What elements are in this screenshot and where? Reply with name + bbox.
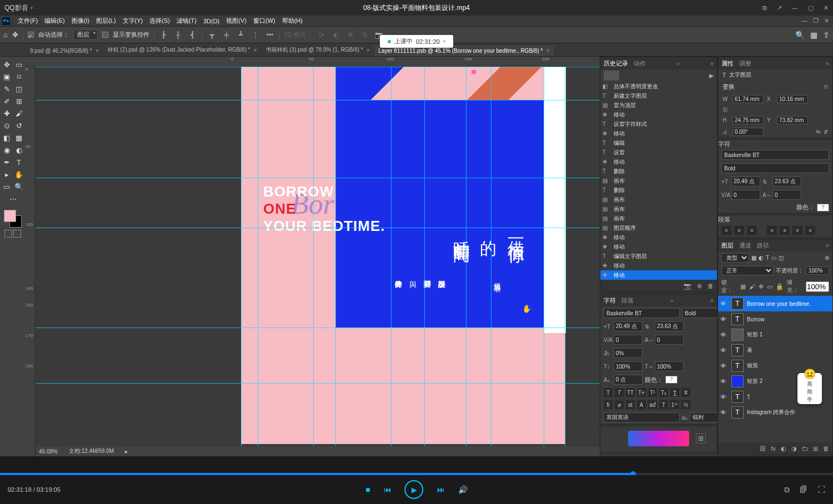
align-left-icon[interactable]: ≡ <box>721 226 731 235</box>
history-item[interactable]: ✥移动 <box>600 110 717 119</box>
menu-type[interactable]: 文字(Y) <box>119 17 147 25</box>
menu-3d[interactable]: 3D(D) <box>200 18 223 24</box>
kerning-field-2[interactable] <box>731 190 760 200</box>
layer-fx-icon[interactable]: fx <box>771 445 776 452</box>
doc-info-flyout-icon[interactable]: ▸ <box>125 448 128 455</box>
trash-icon[interactable]: 🗑 <box>707 283 714 289</box>
play-icon[interactable]: ▶ <box>709 72 714 79</box>
font-size-field-2[interactable] <box>731 177 760 187</box>
layer-row[interactable]: 👁TBorrow one your bedtime. <box>718 296 832 311</box>
volume-icon[interactable]: 🔊 <box>458 485 468 494</box>
guide[interactable] <box>424 67 425 446</box>
snapshot-icon[interactable]: ⧉ <box>784 485 790 495</box>
history-item[interactable]: ✥移动 <box>600 233 717 242</box>
pin-icon[interactable]: ↗ <box>777 4 782 12</box>
guide[interactable] <box>466 67 466 446</box>
y-field[interactable] <box>777 116 808 124</box>
visibility-icon[interactable]: 👁 <box>720 300 728 307</box>
history-tab[interactable]: 历史记录 <box>604 59 628 68</box>
opentype-fi-icon[interactable]: fi <box>604 400 613 409</box>
close-icon[interactable]: × <box>367 47 370 53</box>
blur-tool[interactable]: ◉ <box>1 144 12 155</box>
crop-tool[interactable]: ◫ <box>13 83 24 94</box>
filter-adjust-icon[interactable]: ◐ <box>759 255 764 261</box>
new-layer-icon[interactable]: ⊞ <box>813 445 818 452</box>
history-item[interactable]: ✥移动 <box>600 129 717 138</box>
layer-row[interactable]: 👁矩形 1 <box>718 327 832 342</box>
history-snapshot-row[interactable]: ▶ <box>600 69 717 82</box>
blend-mode-dropdown[interactable]: 正常 <box>721 266 774 275</box>
dodge-tool[interactable]: ◐ <box>13 144 24 155</box>
history-item[interactable]: T编辑 <box>600 138 717 148</box>
justify-all-icon[interactable]: ≡ <box>805 226 815 235</box>
fullscreen-icon[interactable]: ⛶ <box>817 485 825 495</box>
fill-field[interactable] <box>806 281 829 292</box>
hand-tool[interactable]: ✋ <box>13 169 24 180</box>
distribute-icon[interactable]: ⋮ <box>250 30 260 40</box>
doc-info[interactable]: 文档:12.4M/59.0M <box>69 447 114 455</box>
menu-layer[interactable]: 图层(L) <box>93 17 119 25</box>
leading-field[interactable] <box>655 321 684 331</box>
zoom-tool[interactable]: 🔍 <box>13 181 24 192</box>
filter-image-icon[interactable]: ▦ <box>751 255 756 261</box>
width-field[interactable] <box>732 95 764 103</box>
lasso-tool[interactable]: ⌑ <box>13 71 24 82</box>
flip-h-icon[interactable]: ⇋ <box>816 129 820 135</box>
teacher-avatar-widget[interactable]: 😐 英 简 半 ♥ <box>797 373 822 404</box>
home-icon[interactable]: ⌂ <box>3 31 8 39</box>
opacity-field[interactable] <box>806 266 829 275</box>
justify-right-icon[interactable]: ≡ <box>792 226 802 235</box>
lock-image-icon[interactable]: 🖌 <box>749 283 755 290</box>
visibility-icon[interactable]: 👁 <box>720 409 728 416</box>
align-vcenter-icon[interactable]: ╪ <box>222 30 232 40</box>
collapse-icon[interactable]: » <box>676 61 680 67</box>
menu-filter[interactable]: 滤镜(T) <box>173 17 200 25</box>
history-item[interactable]: ▤图层顺序 <box>600 223 717 233</box>
new-group-icon[interactable]: 🗀 <box>802 445 808 452</box>
play-button[interactable]: ▶ <box>405 480 424 499</box>
faux-italic-icon[interactable]: T <box>615 388 624 397</box>
standard-mode-icon[interactable] <box>4 230 12 238</box>
leading-field-2[interactable] <box>772 177 801 187</box>
align-hcenter-icon[interactable]: ╫ <box>173 30 183 40</box>
guide[interactable] <box>36 100 600 100</box>
app-menu-dropdown-icon[interactable]: ▾ <box>31 6 33 11</box>
tracking-field-2[interactable] <box>772 190 801 200</box>
more-options-icon[interactable]: ••• <box>265 30 275 40</box>
opentype-t1-icon[interactable]: T <box>659 400 668 409</box>
stop-button[interactable]: ■ <box>365 485 370 494</box>
history-item[interactable]: ✥移动 <box>600 261 717 270</box>
guide[interactable] <box>241 67 242 446</box>
lock-position-icon[interactable]: ✥ <box>759 283 764 290</box>
gradient-preview[interactable]: ⊞ <box>628 431 689 446</box>
workspace-icon[interactable]: ▦ <box>810 31 817 39</box>
opentype-st-icon[interactable]: st <box>626 400 635 409</box>
filter-shape-icon[interactable]: ▭ <box>771 255 776 261</box>
history-item[interactable]: ✥移动 <box>600 242 717 251</box>
minimize-button[interactable]: — <box>792 4 798 12</box>
share-icon[interactable]: ⇪ <box>823 31 830 39</box>
marquee-tool[interactable]: ▣ <box>1 71 12 82</box>
maximize-button[interactable]: ▢ <box>808 4 814 12</box>
guide[interactable] <box>544 67 544 446</box>
eraser-tool[interactable]: ◧ <box>1 132 12 143</box>
justify-left-icon[interactable]: ≡ <box>767 226 777 235</box>
snapshot-from-state-icon[interactable]: 📷 <box>684 283 691 290</box>
edit-toolbar-icon[interactable]: ⋯ <box>7 193 18 204</box>
ps-restore-button[interactable]: ❐ <box>811 17 820 24</box>
history-item[interactable]: T设置字符样式 <box>600 119 717 129</box>
lock-all-icon[interactable]: 🔒 <box>776 283 784 290</box>
history-item[interactable]: T删除 <box>600 185 717 195</box>
delete-layer-icon[interactable]: 🗑 <box>823 445 829 452</box>
paragraph-tab[interactable]: 段落 <box>621 296 634 305</box>
move-tool[interactable]: ✥ <box>1 59 12 70</box>
x-field[interactable] <box>777 95 808 103</box>
lock-transparency-icon[interactable]: ▦ <box>740 283 746 290</box>
history-item[interactable]: T编辑文字图层 <box>600 251 717 261</box>
filter-smart-icon[interactable]: ◫ <box>779 255 784 261</box>
search-icon[interactable]: 🔍 <box>795 31 805 39</box>
doc-tab-2[interactable]: 样机 (2).psd @ 126% (Dust Jacked Placehold… <box>103 44 262 56</box>
fg-color-swatch[interactable] <box>4 210 16 222</box>
scale-field[interactable] <box>614 348 643 358</box>
next-button[interactable]: ⏭ <box>437 485 445 494</box>
